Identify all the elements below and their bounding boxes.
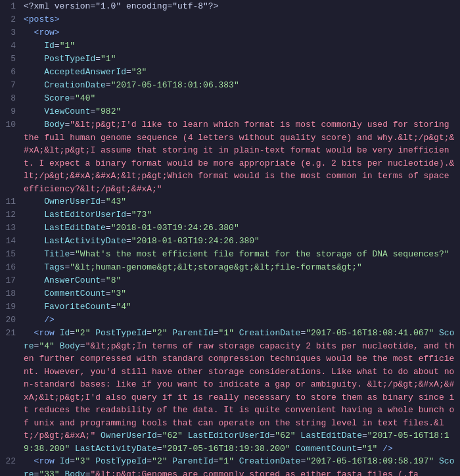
code-line: 19 FavoriteCount="4" <box>0 300 460 314</box>
line-number: 2 <box>0 13 24 26</box>
syntax-token <box>24 249 44 259</box>
line-number: 8 <box>0 92 24 105</box>
syntax-token: "40" <box>75 93 95 103</box>
syntax-token: "2017-05-16T18:19:38.200" <box>162 444 296 454</box>
code-line: 6 AcceptedAnswerId="3" <box>0 66 460 79</box>
syntax-token: CommentCount <box>296 444 357 454</box>
line-content: FavoriteCount="4" <box>24 300 460 314</box>
syntax-token <box>24 302 44 312</box>
code-viewer: 1<?xml version="1.0" encoding="utf-8"?>2… <box>0 0 460 476</box>
syntax-token: > <box>55 14 60 24</box>
syntax-token: /> <box>44 315 55 325</box>
syntax-token: LastActivityDate <box>75 444 157 454</box>
syntax-token: Id <box>60 456 70 466</box>
syntax-token: LastEditorUserId <box>44 210 126 220</box>
line-number: 17 <box>0 274 24 287</box>
syntax-token: <?xml version="1.0" encoding="utf-8"?> <box>24 1 218 11</box>
line-content: <row> <box>24 26 460 39</box>
syntax-token: < <box>24 14 29 24</box>
syntax-token <box>24 275 44 285</box>
line-number: 15 <box>0 248 24 261</box>
code-line: 1<?xml version="1.0" encoding="utf-8"?> <box>0 0 460 13</box>
line-content: Title="What's the most efficient file fo… <box>24 248 460 261</box>
syntax-token <box>24 107 44 116</box>
line-number: 4 <box>0 39 24 53</box>
code-line: 18 CommentCount="3" <box>0 287 460 300</box>
syntax-token <box>24 289 44 298</box>
syntax-token: row <box>39 28 54 37</box>
syntax-token: "&lt;p&gt;In terms of raw storage capaci… <box>24 341 454 441</box>
syntax-token: Body <box>44 120 64 130</box>
syntax-token: "1" <box>362 444 377 454</box>
code-line: 22 <row Id="3" PostTypeId="2" ParentId="… <box>0 455 460 476</box>
syntax-token: = <box>106 80 111 90</box>
syntax-token <box>24 54 44 64</box>
code-line: 17 AnswerCount="8" <box>0 274 460 287</box>
syntax-token: "1" <box>101 54 116 64</box>
line-content: OwnerUserId="43" <box>24 195 460 208</box>
syntax-token: AnswerCount <box>44 275 101 285</box>
syntax-token: "3" <box>111 289 126 298</box>
line-content: /> <box>24 314 460 327</box>
syntax-token <box>24 67 44 77</box>
code-line: 10 Body="&lt;p&gt;I'd like to learn whic… <box>0 118 460 195</box>
code-line: 2<posts> <box>0 13 460 26</box>
syntax-token: = <box>80 341 85 351</box>
line-number: 21 <box>0 327 24 340</box>
syntax-token: "982" <box>95 107 121 116</box>
syntax-token: = <box>357 444 362 454</box>
syntax-token: "2017-05-16T18:01:06.383" <box>111 80 239 90</box>
syntax-token: "62" <box>275 431 300 440</box>
syntax-token <box>24 456 34 466</box>
syntax-token: AcceptedAnswerId <box>44 67 126 77</box>
syntax-token: = <box>101 197 106 206</box>
syntax-token: "1" <box>219 456 239 466</box>
syntax-token: "1" <box>60 41 75 51</box>
code-line: 20 /> <box>0 314 460 327</box>
syntax-token <box>24 315 44 325</box>
line-number: 12 <box>0 208 24 222</box>
syntax-token: = <box>70 328 75 338</box>
line-content: Score="40" <box>24 92 460 105</box>
line-content: LastEditDate="2018-01-03T19:24:26.380" <box>24 222 460 235</box>
code-line: 4 Id="1" <box>0 39 460 53</box>
syntax-token <box>24 41 44 51</box>
line-number: 6 <box>0 66 24 79</box>
code-line: 3 <row> <box>0 26 460 39</box>
line-number: 11 <box>0 195 24 208</box>
code-line: 5 PostTypeId="1" <box>0 53 460 66</box>
syntax-token: = <box>106 289 111 298</box>
syntax-token: row <box>39 456 59 466</box>
syntax-token: "43" <box>106 197 126 206</box>
line-content: <row Id="3" PostTypeId="2" ParentId="1" … <box>24 455 460 476</box>
syntax-token: PostTypeId <box>95 328 147 338</box>
code-line: 14 LastActivityDate="2018-01-03T19:24:26… <box>0 235 460 248</box>
syntax-token: PostTypeId <box>44 54 95 64</box>
syntax-token: Tags <box>44 262 64 272</box>
syntax-token: = <box>101 275 106 285</box>
syntax-token: = <box>126 67 131 77</box>
syntax-token: = <box>362 431 367 440</box>
line-number: 9 <box>0 105 24 118</box>
line-content: AnswerCount="8" <box>24 274 460 287</box>
syntax-token: > <box>55 28 60 37</box>
syntax-token: LastActivityDate <box>44 236 126 246</box>
syntax-token <box>24 223 44 233</box>
code-line: 7 CreationDate="2017-05-16T18:01:06.383" <box>0 79 460 92</box>
syntax-token <box>24 197 44 206</box>
line-number: 10 <box>0 118 24 131</box>
line-number: 16 <box>0 261 24 274</box>
syntax-token: = <box>126 210 131 220</box>
syntax-token: = <box>147 456 152 466</box>
line-content: CreationDate="2017-05-16T18:01:06.383" <box>24 79 460 92</box>
syntax-token: CreationDate <box>239 328 301 338</box>
syntax-token: CreationDate <box>239 456 301 466</box>
line-number: 13 <box>0 222 24 235</box>
syntax-token: CreationDate <box>44 80 106 90</box>
line-content: LastActivityDate="2018-01-03T19:24:26.38… <box>24 235 460 248</box>
syntax-token: = <box>55 41 60 51</box>
syntax-token: row <box>39 328 59 338</box>
line-content: <row Id="2" PostTypeId="2" ParentId="1" … <box>24 327 460 455</box>
syntax-token: = <box>70 456 75 466</box>
line-number: 14 <box>0 235 24 248</box>
